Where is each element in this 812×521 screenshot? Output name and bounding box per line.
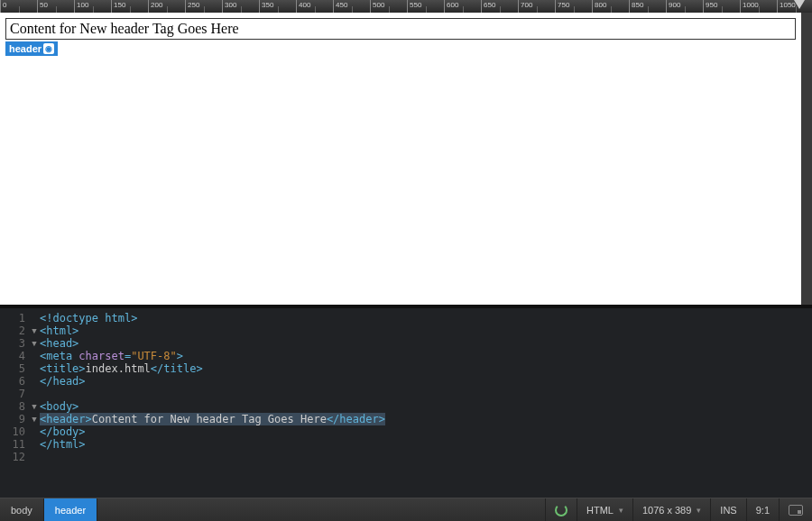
code-content[interactable]: <body>	[40, 400, 78, 413]
fold-icon[interactable]: ▼	[29, 413, 40, 425]
code-content[interactable]: <title>index.html</title>	[40, 362, 203, 375]
ruler-tick: 900	[666, 0, 667, 13]
line-number: 6	[7, 375, 29, 388]
design-view[interactable]: Content for New header Tag Goes Here hea…	[0, 13, 812, 305]
horizontal-ruler: 0501001502002503003504004505005506006507…	[0, 0, 812, 13]
dimensions-label: 1076 x 389	[642, 505, 691, 516]
line-number: 1	[7, 312, 29, 324]
code-content[interactable]: <head>	[40, 337, 78, 350]
sync-icon	[555, 504, 567, 516]
line-number: 2	[7, 324, 29, 337]
fold-icon	[29, 375, 40, 388]
code-line[interactable]: 11</html>	[0, 438, 812, 451]
fold-icon	[29, 388, 40, 400]
code-line[interactable]: 8▼<body>	[0, 400, 812, 413]
ruler-tick: 1050	[777, 0, 778, 13]
language-selector[interactable]: HTML ▾	[577, 498, 632, 521]
sync-status[interactable]	[545, 498, 577, 521]
code-content[interactable]: </body>	[40, 425, 86, 438]
ruler-tick: 0	[0, 0, 1, 13]
code-view[interactable]: 1<!doctype html>2▼<html>3▼<head>4<meta c…	[0, 305, 812, 498]
preview-icon	[789, 505, 803, 516]
code-line[interactable]: 6</head>	[0, 375, 812, 388]
code-content[interactable]: <!doctype html>	[40, 312, 137, 324]
ruler-tick: 450	[333, 0, 334, 13]
code-content[interactable]: <html>	[40, 324, 78, 337]
fold-icon	[29, 350, 40, 362]
line-number: 4	[7, 350, 29, 362]
ruler-tick: 600	[444, 0, 445, 13]
ruler-tick: 400	[296, 0, 297, 13]
ruler-tick: 800	[592, 0, 593, 13]
code-content[interactable]: <header>Content for New header Tag Goes …	[40, 413, 385, 425]
line-number: 11	[7, 438, 29, 451]
line-number: 12	[7, 451, 29, 463]
ruler-tick: 950	[703, 0, 704, 13]
ruler-tick: 100	[74, 0, 75, 13]
fold-icon	[29, 312, 40, 324]
line-number: 10	[7, 425, 29, 438]
fold-icon[interactable]: ▼	[29, 400, 40, 413]
ruler-marker-icon[interactable]	[794, 0, 805, 9]
visibility-icon[interactable]: ◉	[43, 43, 54, 54]
code-line[interactable]: 2▼<html>	[0, 324, 812, 337]
fold-icon[interactable]: ▼	[29, 337, 40, 350]
ruler-tick: 500	[370, 0, 371, 13]
ruler-tick: 300	[222, 0, 223, 13]
code-line[interactable]: 10</body>	[0, 425, 812, 438]
ruler-tick: 150	[111, 0, 112, 13]
code-line[interactable]: 5<title>index.html</title>	[0, 362, 812, 375]
code-content[interactable]: <meta charset="UTF-8">	[40, 350, 183, 362]
ruler-tick: 50	[37, 0, 38, 13]
preview-button[interactable]	[779, 498, 812, 521]
cursor-position: 9:1	[746, 498, 779, 521]
code-line[interactable]: 9▼<header>Content for New header Tag Goe…	[0, 413, 812, 425]
chevron-down-icon: ▾	[619, 506, 623, 515]
ruler-tick: 1000	[740, 0, 741, 13]
language-label: HTML	[586, 505, 614, 516]
ruler-tick: 550	[407, 0, 408, 13]
code-line[interactable]: 12	[0, 451, 812, 463]
ruler-tick: 200	[148, 0, 149, 13]
chevron-down-icon: ▾	[697, 506, 701, 515]
ruler-tick: 700	[518, 0, 519, 13]
header-element[interactable]: Content for New header Tag Goes Here	[5, 18, 796, 40]
fold-icon	[29, 438, 40, 451]
code-line[interactable]: 4<meta charset="UTF-8">	[0, 350, 812, 362]
tag-label-text: header	[9, 43, 42, 54]
code-line[interactable]: 3▼<head>	[0, 337, 812, 350]
ruler-tick: 650	[481, 0, 482, 13]
fold-icon	[29, 451, 40, 463]
status-bar: bodyheader HTML ▾ 1076 x 389 ▾ INS 9:1	[0, 498, 812, 521]
code-content[interactable]: </head>	[40, 375, 86, 388]
breadcrumb-item-body[interactable]: body	[0, 498, 44, 521]
line-number: 5	[7, 362, 29, 375]
code-line[interactable]: 1<!doctype html>	[0, 312, 812, 324]
scrollbar-thumb[interactable]	[803, 139, 810, 193]
code-content[interactable]: </html>	[40, 438, 86, 451]
line-number: 8	[7, 400, 29, 413]
cursor-label: 9:1	[756, 505, 770, 516]
ruler-tick: 850	[629, 0, 630, 13]
code-line[interactable]: 7	[0, 388, 812, 400]
fold-icon	[29, 425, 40, 438]
dimensions-selector[interactable]: 1076 x 389 ▾	[632, 498, 710, 521]
fold-icon	[29, 362, 40, 375]
line-number: 7	[7, 388, 29, 400]
ruler-tick: 750	[555, 0, 556, 13]
element-tag-badge[interactable]: header ◉	[5, 41, 58, 56]
breadcrumb: bodyheader	[0, 498, 97, 521]
ruler-tick: 350	[259, 0, 260, 13]
ruler-tick: 250	[185, 0, 186, 13]
fold-icon[interactable]: ▼	[29, 324, 40, 337]
line-number: 3	[7, 337, 29, 350]
breadcrumb-item-header[interactable]: header	[44, 498, 97, 521]
line-number: 9	[7, 413, 29, 425]
insert-mode[interactable]: INS	[710, 498, 745, 521]
mode-label: INS	[720, 505, 736, 516]
